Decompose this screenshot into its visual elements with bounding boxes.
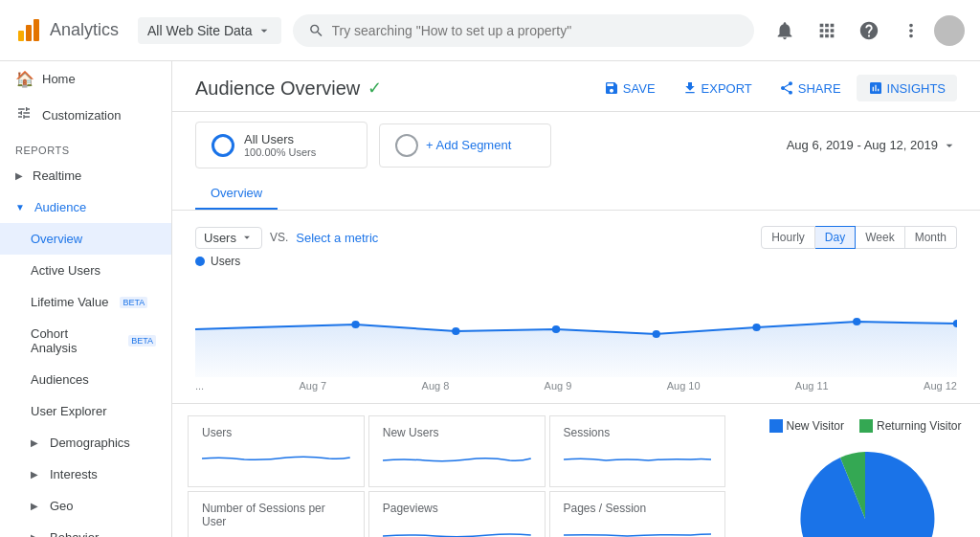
sidebar-label-cohort-analysis: Cohort Analysis xyxy=(31,326,117,355)
svg-point-8 xyxy=(853,318,860,325)
inner-content: Audience Overview ✓ SAVE EXPORT SHARE xyxy=(172,61,980,537)
sidebar-item-home[interactable]: 🏠 Home xyxy=(0,61,171,97)
lifetime-value-beta-badge: BETA xyxy=(120,297,147,308)
more-vert-icon xyxy=(901,20,922,41)
metrics-cards-container: Users New Users Sessions xyxy=(188,415,735,537)
page-title-area: Audience Overview ✓ xyxy=(195,78,382,100)
sidebar-item-cohort-analysis[interactable]: Cohort Analysis BETA xyxy=(0,318,171,364)
x-label-aug9: Aug 9 xyxy=(545,380,572,392)
apps-button[interactable] xyxy=(808,11,846,50)
time-buttons-group: Hourly Day Week Month xyxy=(761,226,957,249)
legend-new-visitor-dot xyxy=(769,419,783,433)
sidebar-item-user-explorer[interactable]: User Explorer xyxy=(0,395,171,427)
chart-legend: Users xyxy=(195,255,957,268)
svg-point-6 xyxy=(653,330,660,338)
behavior-expand-icon: ▶ xyxy=(31,532,38,537)
sidebar-label-interests: Interests xyxy=(50,467,98,481)
time-btn-hourly[interactable]: Hourly xyxy=(761,226,815,249)
svg-point-5 xyxy=(552,325,560,333)
sidebar-label-geo: Geo xyxy=(50,499,74,513)
metric-dropdown[interactable]: Users xyxy=(195,227,262,249)
time-btn-week[interactable]: Week xyxy=(856,226,904,249)
more-options-button[interactable] xyxy=(892,11,930,50)
bottom-section: Users New Users Sessions xyxy=(172,404,980,537)
realtime-expand-icon: ▶ xyxy=(15,170,23,181)
sidebar-item-active-users[interactable]: Active Users xyxy=(0,255,171,286)
x-label-aug11: Aug 11 xyxy=(795,380,829,392)
avatar[interactable] xyxy=(934,15,965,46)
sidebar-item-realtime[interactable]: ▶ Realtime xyxy=(0,160,171,191)
sidebar-item-demographics[interactable]: ▶ Demographics xyxy=(0,427,171,459)
save-label: SAVE xyxy=(623,81,656,96)
share-button[interactable]: SHARE xyxy=(768,75,853,101)
mini-chart-sessions xyxy=(564,443,712,474)
share-icon xyxy=(779,80,794,96)
notifications-button[interactable] xyxy=(766,11,804,50)
sidebar-item-audiences[interactable]: Audiences xyxy=(0,364,171,395)
save-button[interactable]: SAVE xyxy=(592,75,667,101)
app-title: Analytics xyxy=(50,20,119,40)
metric-title-pages-per-session: Pages / Session xyxy=(564,502,712,515)
sidebar-item-overview[interactable]: Overview xyxy=(0,223,171,255)
metric-card-pageviews: Pageviews xyxy=(368,491,546,537)
save-icon xyxy=(604,80,619,96)
sidebar-label-user-explorer: User Explorer xyxy=(31,404,106,418)
search-input[interactable] xyxy=(332,23,740,38)
x-label-aug10: Aug 10 xyxy=(667,380,701,392)
logo: Analytics xyxy=(15,17,119,44)
svg-rect-1 xyxy=(26,25,32,41)
svg-point-4 xyxy=(452,327,459,335)
time-btn-month[interactable]: Month xyxy=(905,226,957,249)
x-label-aug7: Aug 7 xyxy=(299,380,326,392)
header-icons xyxy=(766,11,965,50)
sidebar-item-audience[interactable]: ▼ Audience xyxy=(0,191,171,223)
property-dropdown-icon xyxy=(256,23,272,38)
header: Analytics All Web Site Data xyxy=(0,0,980,61)
reports-label: REPORTS xyxy=(0,133,171,160)
customization-icon xyxy=(15,105,33,124)
sidebar-item-geo[interactable]: ▶ Geo xyxy=(0,490,171,522)
add-segment-circle xyxy=(395,134,418,157)
date-range-selector[interactable]: Aug 6, 2019 - Aug 12, 2019 xyxy=(787,138,957,153)
chart-legend-label: Users xyxy=(211,255,240,268)
page-title: Audience Overview xyxy=(195,78,360,100)
tabs-row: Overview xyxy=(172,178,980,211)
pie-legend: New Visitor Returning Visitor xyxy=(769,419,962,433)
sidebar-label-audience: Audience xyxy=(34,200,86,214)
sidebar-label-realtime: Realtime xyxy=(33,168,81,183)
export-button[interactable]: EXPORT xyxy=(671,75,764,101)
insights-label: INSIGHTS xyxy=(887,81,946,96)
sidebar-item-interests[interactable]: ▶ Interests xyxy=(0,459,171,490)
time-btn-day[interactable]: Day xyxy=(815,226,856,249)
all-users-label: All Users xyxy=(244,132,316,146)
metric-title-pageviews: Pageviews xyxy=(383,502,531,515)
metric-title-new-users: New Users xyxy=(383,426,531,439)
all-users-sub: 100.00% Users xyxy=(244,146,316,158)
interests-expand-icon: ▶ xyxy=(31,469,38,480)
sidebar-item-customization[interactable]: Customization xyxy=(0,97,171,133)
x-label-aug8: Aug 8 xyxy=(422,380,450,392)
vs-label: VS. xyxy=(270,231,288,244)
metric-card-users: Users xyxy=(188,415,365,487)
legend-returning-visitor-label: Returning Visitor xyxy=(877,419,962,433)
main-layout: 🏠 Home Customization REPORTS ▶ Realtime … xyxy=(0,61,980,537)
sidebar-label-behavior: Behavior xyxy=(50,530,99,537)
select-metric-link[interactable]: Select a metric xyxy=(296,231,378,245)
tab-overview[interactable]: Overview xyxy=(195,178,278,210)
help-button[interactable] xyxy=(850,11,888,50)
sidebar-item-behavior[interactable]: ▶ Behavior xyxy=(0,522,171,537)
segments-row: All Users 100.00% Users + Add Segment Au… xyxy=(172,112,980,178)
audience-expand-icon: ▼ xyxy=(15,202,25,213)
cohort-beta-badge: BETA xyxy=(128,335,156,347)
add-segment-label: + Add Segment xyxy=(426,138,511,152)
insights-button[interactable]: INSIGHTS xyxy=(857,75,957,101)
export-label: EXPORT xyxy=(702,81,752,96)
property-selector[interactable]: All Web Site Data xyxy=(138,17,280,44)
metric-dropdown-label: Users xyxy=(204,231,236,245)
mini-chart-sessions-per-user xyxy=(202,532,350,537)
sidebar-item-lifetime-value[interactable]: Lifetime Value BETA xyxy=(0,286,171,318)
sidebar-label-active-users: Active Users xyxy=(31,263,100,278)
all-users-segment[interactable]: All Users 100.00% Users xyxy=(195,122,368,168)
add-segment-button[interactable]: + Add Segment xyxy=(379,123,551,168)
metric-dropdown-arrow xyxy=(240,231,254,244)
